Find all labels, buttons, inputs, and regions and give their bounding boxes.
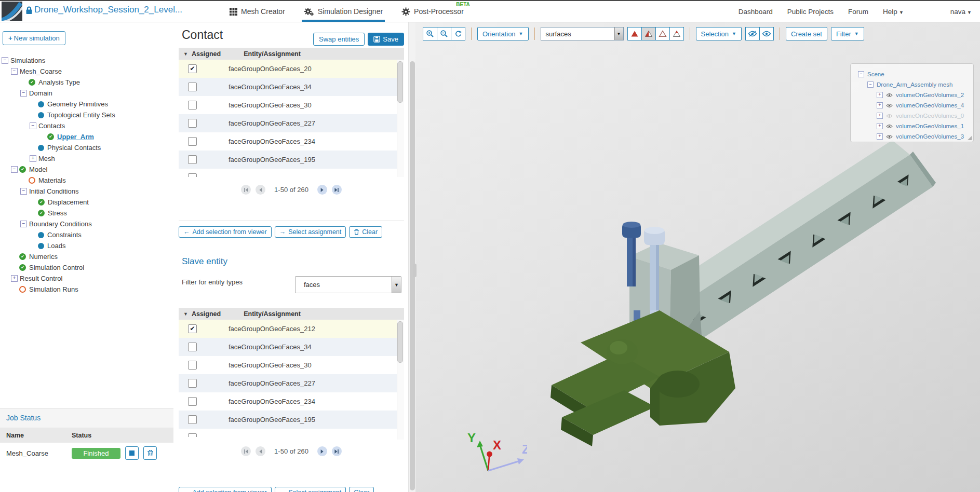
collapse-icon[interactable]: − xyxy=(21,188,29,195)
eye-icon[interactable] xyxy=(886,124,893,129)
row-checkbox[interactable] xyxy=(188,361,197,370)
stop-job-button[interactable] xyxy=(125,446,139,460)
expand-icon[interactable]: + xyxy=(877,102,883,108)
hide-selected-button[interactable] xyxy=(745,27,760,40)
nav-forum[interactable]: Forum xyxy=(848,8,868,16)
table-row-partial[interactable] xyxy=(179,429,404,437)
assigned-column-header[interactable]: Assigned xyxy=(192,50,221,58)
expand-icon[interactable]: + xyxy=(877,123,883,129)
tab-mesh-creator[interactable]: Mesh Creator xyxy=(230,1,285,22)
collapse-icon[interactable]: − xyxy=(867,81,874,88)
table-row-partial[interactable] xyxy=(179,169,404,177)
delete-job-button[interactable] xyxy=(143,446,157,460)
expand-icon[interactable]: + xyxy=(877,92,883,98)
entity-column-header[interactable]: Entity/Assignment xyxy=(244,50,301,58)
new-simulation-button[interactable]: +New simulation xyxy=(3,31,65,45)
eye-icon[interactable] xyxy=(886,103,893,108)
row-checkbox[interactable] xyxy=(188,83,197,91)
prev-page-button[interactable] xyxy=(256,446,265,456)
tree-item-loads[interactable]: Loads xyxy=(0,240,173,251)
row-checkbox[interactable] xyxy=(188,101,197,110)
scene-volume-volumeongeovolumes-4[interactable]: +volumeOnGeoVolumes_4 xyxy=(855,100,969,111)
render-mode-select[interactable]: surfaces ▼ xyxy=(541,27,624,40)
scene-volume-volumeongeovolumes-2[interactable]: +volumeOnGeoVolumes_2 xyxy=(855,90,969,100)
orientation-dropdown[interactable]: Orientation▼ xyxy=(477,27,529,40)
tree-item-initial-conditions[interactable]: −Initial Conditions xyxy=(0,186,173,197)
scene-root[interactable]: − Scene xyxy=(855,69,969,79)
collapse-icon[interactable]: − xyxy=(11,68,19,75)
panel-splitter-handle[interactable] xyxy=(413,264,417,277)
tree-item-displacement[interactable]: ✔Displacement xyxy=(0,197,173,208)
tree-item-constraints[interactable]: Constraints xyxy=(0,229,173,240)
entity-column-header[interactable]: Entity/Assignment xyxy=(244,310,301,318)
nav-help[interactable]: Help▼ xyxy=(883,8,904,16)
expand-icon[interactable]: + xyxy=(877,133,883,140)
entity-type-select[interactable]: faces ▼ xyxy=(295,276,401,293)
table-row[interactable]: faceGroupOnGeoFaces_195 xyxy=(179,151,404,169)
collapse-icon[interactable]: − xyxy=(2,57,10,64)
table-row[interactable]: faceGroupOnGeoFaces_34 xyxy=(179,78,404,96)
table-row[interactable]: faceGroupOnGeoFaces_195 xyxy=(179,411,404,429)
mesh-quality-apex-button[interactable] xyxy=(669,27,684,40)
tree-item-materials[interactable]: Materials xyxy=(0,175,173,186)
tree-item-numerics[interactable]: ✔Numerics xyxy=(0,251,173,262)
tree-item-simulation-control[interactable]: ✔Simulation Control xyxy=(0,262,173,273)
tree-item-boundary-conditions[interactable]: −Boundary Conditions xyxy=(0,218,173,229)
swap-entities-button[interactable]: Swap entities xyxy=(313,33,365,46)
eye-icon[interactable] xyxy=(886,114,893,118)
row-checkbox[interactable] xyxy=(188,173,197,177)
expand-icon[interactable]: + xyxy=(877,113,883,119)
clear-button[interactable]: Clear xyxy=(349,487,374,492)
expand-icon[interactable]: + xyxy=(11,275,19,282)
table-header[interactable]: ▼ Assigned Entity/Assignment xyxy=(179,308,404,320)
add-selection-from-viewer-button[interactable]: ←Add selection from viewer xyxy=(179,487,272,492)
first-page-button[interactable] xyxy=(241,446,251,456)
expand-icon[interactable]: + xyxy=(30,155,38,162)
tab-simulation-designer[interactable]: Simulation Designer xyxy=(304,1,383,22)
first-page-button[interactable] xyxy=(241,185,251,195)
table-row[interactable]: ✔faceGroupOnGeoFaces_20 xyxy=(179,60,404,78)
table-row[interactable]: faceGroupOnGeoFaces_30 xyxy=(179,96,404,114)
nav-user-menu[interactable]: nava▼ xyxy=(950,8,972,16)
tree-item-upper-arm[interactable]: ✔Upper_Arm xyxy=(0,131,173,142)
row-checkbox[interactable] xyxy=(188,415,197,424)
tree-item-geometry-primitives[interactable]: Geometry Primitives xyxy=(0,99,173,110)
scene-volume-volumeongeovolumes-1[interactable]: +volumeOnGeoVolumes_1 xyxy=(855,121,969,131)
next-page-button[interactable] xyxy=(317,446,327,456)
eye-icon[interactable] xyxy=(886,93,893,98)
tree-item-domain[interactable]: −Domain xyxy=(0,88,173,99)
tree-item-analysis-type[interactable]: ✔Analysis Type xyxy=(0,77,173,88)
table-row[interactable]: faceGroupOnGeoFaces_227 xyxy=(179,114,404,132)
scene-volume-volumeongeovolumes-3[interactable]: +volumeOnGeoVolumes_3 xyxy=(855,131,969,142)
select-assignment-button[interactable]: →Select assignment xyxy=(275,487,346,492)
add-selection-from-viewer-button[interactable]: ←Add selection from viewer xyxy=(179,226,272,238)
row-checkbox[interactable] xyxy=(188,155,197,164)
assigned-column-header[interactable]: Assigned xyxy=(192,310,221,318)
zoom-in-button[interactable] xyxy=(423,27,437,40)
row-checkbox[interactable] xyxy=(188,119,197,128)
tree-item-contacts[interactable]: −Contacts xyxy=(0,120,173,131)
collapse-icon[interactable]: − xyxy=(30,122,38,129)
last-page-button[interactable] xyxy=(332,185,342,195)
table-scrollbar[interactable] xyxy=(397,60,404,177)
tree-item-mesh-coarse[interactable]: −Mesh_Coarse xyxy=(0,66,173,77)
tree-item-mesh[interactable]: +Mesh xyxy=(0,153,173,164)
tree-item-stress[interactable]: ✔Stress xyxy=(0,208,173,218)
nav-public-projects[interactable]: Public Projects xyxy=(787,8,834,16)
collapse-icon[interactable]: − xyxy=(11,166,19,173)
collapse-icon[interactable]: − xyxy=(858,71,864,77)
row-checkbox[interactable] xyxy=(188,433,197,437)
tree-item-physical-contacts[interactable]: Physical Contacts xyxy=(0,142,173,153)
table-row[interactable]: ✔faceGroupOnGeoFaces_212 xyxy=(179,320,404,338)
table-scrollbar[interactable] xyxy=(397,320,404,440)
save-button[interactable]: Save xyxy=(368,33,404,46)
mesh-quality-outline-button[interactable] xyxy=(655,27,670,40)
collapse-icon[interactable]: − xyxy=(21,90,29,97)
resize-handle[interactable] xyxy=(968,136,972,140)
tree-item-simulation-runs[interactable]: Simulation Runs xyxy=(0,284,173,295)
row-checkbox[interactable] xyxy=(188,379,197,388)
zoom-out-button[interactable] xyxy=(437,27,451,40)
row-checkbox[interactable]: ✔ xyxy=(188,324,197,333)
table-row[interactable]: faceGroupOnGeoFaces_227 xyxy=(179,374,404,392)
refresh-view-button[interactable] xyxy=(451,27,465,40)
